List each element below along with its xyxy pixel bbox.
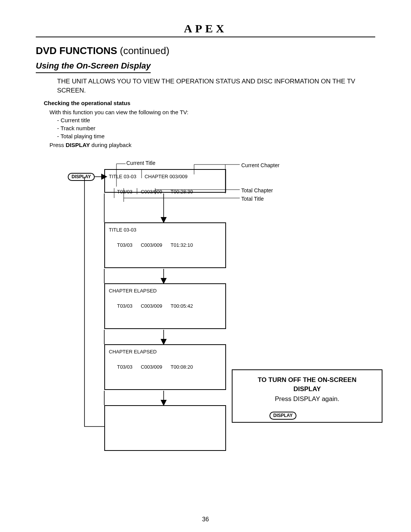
osd-screen-1: TITLE 03-03 CHAPTER 003/009 T03/03C003/0… [104,169,226,193]
s1-c: C003/009 [141,189,162,195]
osd-screen-4: CHAPTER ELAPSED T03/03C003/009T00:08:20 [104,344,226,390]
check-item: - Total playing time [57,132,188,140]
s2-c: C003/009 [141,242,162,248]
checking-status-body: With this function you can view the foll… [49,108,188,149]
anno-current-title: Current Title [126,160,155,166]
s3-t: T03/03 [117,303,132,309]
s1-t: T03/03 [117,189,132,195]
s2-title: TITLE 03-03 [109,227,136,233]
s2-time: T01:32:10 [170,242,193,248]
turn-off-box: TO TURN OFF THE ON-SCREEN DISPLAY Press … [232,369,382,423]
s1-chapter: CHAPTER 003/009 [145,174,188,179]
s4-time: T00:08:20 [170,364,193,370]
section-title-rest: (continued) [117,45,169,56]
osd-screen-5-blank [104,405,226,451]
manual-page: APEX DVD FUNCTIONS (continued) Using the… [0,0,411,532]
s1-time: T00:28:39 [170,189,193,195]
header-rule [36,37,375,37]
display-remote-button: DISPLAY [269,412,296,420]
brand-logo: APEX [0,22,411,35]
anno-total-title: Total Title [241,196,264,202]
checking-status-heading: Checking the operational status [44,100,131,106]
osd-screen-2: TITLE 03-03 T03/03C003/009T01:32:10 [104,222,226,268]
subsection-title: Using the On-Screen Display [36,61,151,73]
s4-t: T03/03 [117,364,132,370]
anno-total-chapter: Total Chapter [241,187,273,193]
check-item: - Track number [57,124,188,132]
s1-title: TITLE 03-03 [109,174,136,179]
osd-screen-3: CHAPTER ELAPSED T03/03C003/009T00:05:42 [104,283,226,329]
s4-c: C003/009 [141,364,162,370]
anno-current-chapter: Current Chapter [241,162,279,168]
turnoff-text: Press DISPLAY again. [239,395,376,404]
check-lead: With this function you can view the foll… [49,108,188,116]
s4-title: CHAPTER ELAPSED [109,349,157,355]
check-item: - Current title [57,116,188,124]
s2-t: T03/03 [117,242,132,248]
page-number: 36 [0,516,411,523]
s3-c: C003/009 [141,303,162,309]
section-title: DVD FUNCTIONS (continued) [36,45,169,57]
display-remote-button: DISPLAY [68,173,95,181]
press-display-line: Press DISPLAY during playback [49,141,188,149]
intro-paragraph: THE UNIT ALLOWS YOU TO VIEW THE OPERATIO… [57,77,373,95]
turnoff-heading: TO TURN OFF THE ON-SCREEN DISPLAY [239,375,376,394]
s3-title: CHAPTER ELAPSED [109,288,157,294]
section-title-bold: DVD FUNCTIONS [36,45,117,56]
s3-time: T00:05:42 [170,303,193,309]
